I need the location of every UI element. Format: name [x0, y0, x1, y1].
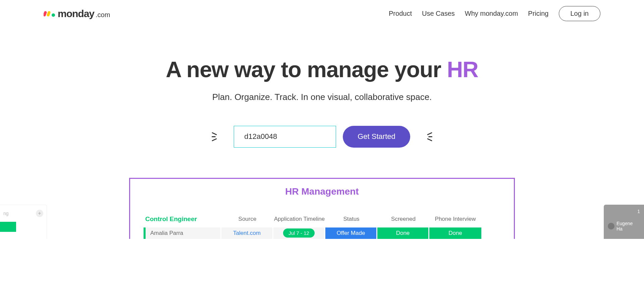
cell-timeline[interactable]: Jul 7 - 12 — [273, 227, 325, 239]
login-button[interactable]: Log in — [559, 6, 601, 21]
site-header: monday .com Product Use Cases Why monday… — [0, 0, 644, 27]
right-peek-user: Eugene Ha — [608, 221, 640, 232]
main-board: HR Management Control Engineer Source Ap… — [129, 178, 515, 239]
table-row[interactable]: Amalia Parra Talent.com Jul 7 - 12 Offer… — [144, 227, 500, 239]
logo-text: monday — [58, 8, 94, 19]
hero-title-accent: HR — [447, 57, 478, 82]
right-peek-badge: 1 — [608, 209, 640, 214]
peek-row: ng + — [3, 208, 43, 218]
main-nav: Product Use Cases Why monday.com Pricing… — [389, 6, 600, 21]
group-label[interactable]: Control Engineer — [144, 215, 221, 223]
nav-why[interactable]: Why monday.com — [465, 10, 518, 17]
col-header-status[interactable]: Status — [325, 216, 377, 222]
board-title: HR Management — [144, 186, 500, 197]
col-header-timeline[interactable]: Application Timeline — [273, 216, 325, 222]
hero-title: A new way to manage your HR — [7, 57, 637, 82]
signup-row: Get Started — [7, 126, 637, 148]
logo[interactable]: monday .com — [44, 8, 110, 19]
nav-pricing[interactable]: Pricing — [528, 10, 548, 17]
hero-section: A new way to manage your HR Plan. Organi… — [0, 27, 644, 171]
svg-rect-0 — [44, 11, 47, 17]
nav-product[interactable]: Product — [389, 10, 412, 17]
avatar-icon — [608, 223, 614, 230]
col-header-phone[interactable]: Phone Interview — [429, 216, 481, 222]
get-started-button[interactable]: Get Started — [343, 126, 410, 148]
board-left-peek: ng + — [0, 205, 47, 239]
right-peek-name: Eugene Ha — [616, 221, 640, 232]
cell-source[interactable]: Talent.com — [221, 227, 273, 239]
cell-phone-interview[interactable]: Done — [429, 227, 481, 239]
timeline-pill: Jul 7 - 12 — [283, 228, 315, 238]
board-preview-area: ng + 1 Eugene Ha HR Management Control E… — [0, 178, 644, 239]
board-right-peek: 1 Eugene Ha — [604, 205, 644, 239]
hero-subtitle: Plan. Organize. Track. In one visual, co… — [7, 92, 637, 102]
hero-title-main: A new way to manage your — [166, 57, 447, 82]
plus-icon[interactable]: + — [36, 210, 43, 217]
logo-suffix: .com — [96, 11, 110, 19]
col-header-screened[interactable]: Screened — [377, 216, 429, 222]
nav-use-cases[interactable]: Use Cases — [422, 10, 455, 17]
cell-name[interactable]: Amalia Parra — [146, 227, 221, 239]
svg-rect-1 — [47, 11, 51, 17]
cell-status[interactable]: Offer Made — [325, 227, 377, 239]
sparkle-left-icon — [212, 128, 225, 145]
peek-label: ng — [3, 211, 9, 216]
email-input[interactable] — [234, 126, 336, 148]
peek-green-cell — [0, 222, 16, 232]
logo-mark-icon — [44, 10, 56, 18]
svg-point-2 — [52, 13, 55, 17]
table-header: Control Engineer Source Application Time… — [144, 215, 500, 227]
cell-screened[interactable]: Done — [377, 227, 429, 239]
sparkle-right-icon — [419, 128, 432, 145]
col-header-source[interactable]: Source — [221, 216, 273, 222]
